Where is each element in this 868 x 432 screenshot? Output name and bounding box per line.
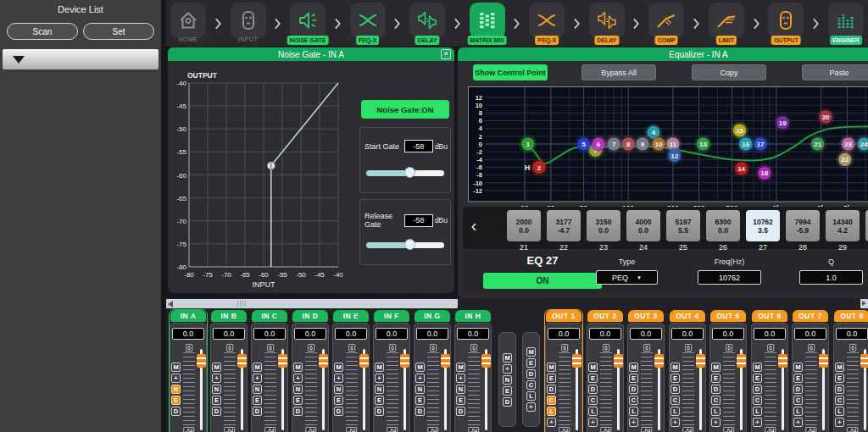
strip-button-+[interactable]: + [415,374,425,383]
channel-gain-value[interactable]: 0.0 [213,328,245,340]
strip-button-+[interactable]: + [171,374,181,383]
strip-button-d[interactable]: D [253,407,262,416]
set-button[interactable]: Set [83,23,154,40]
paste-button[interactable]: Paste [802,64,868,80]
fader-track[interactable] [699,349,702,430]
eq-control-point-22[interactable]: 22 [836,151,854,169]
channel-header[interactable]: IN G [415,310,450,322]
strip-button-n[interactable]: N [456,385,465,394]
strip-button-+[interactable]: + [375,374,384,383]
fader-handle[interactable] [614,354,623,368]
strip-button-+[interactable]: + [293,374,303,383]
strip-button-+[interactable]: + [835,418,844,427]
fader-handle[interactable] [696,354,705,368]
fader-handle[interactable] [481,354,491,368]
eq-control-point-20[interactable]: 20 [817,108,835,125]
strip-button-m[interactable]: M [171,363,181,372]
strip-button-m[interactable]: M [588,363,598,372]
strip-button-+[interactable]: + [670,418,680,427]
strip-button-m[interactable]: M [212,363,221,372]
channel-gain-value[interactable]: 0.0 [294,328,326,340]
eq-control-point-6[interactable]: 6 [590,136,608,153]
strip-button-+[interactable]: + [753,418,762,427]
toolbar-item-enginer[interactable]: ENGINER [826,0,865,47]
fader-handle[interactable] [441,354,450,368]
channel-gain-value[interactable]: 0.0 [836,328,868,340]
scan-button[interactable]: Scan [7,23,78,40]
strip-button-m[interactable]: M [375,363,384,372]
channel-header[interactable]: OUT 6 [752,310,787,322]
scrollbar-grip[interactable] [237,301,248,307]
strip-button-+[interactable]: + [793,418,803,427]
channel-gain-value[interactable]: 0.0 [172,328,204,340]
strip-button-e[interactable]: E [253,396,262,405]
toolbar-item-peq-x-out[interactable]: PEQ-X [527,0,566,47]
strip-button-+[interactable]: + [547,418,556,427]
band-cell-27[interactable]: 107623.5 [746,210,780,241]
strip-button-l[interactable]: L [670,407,680,416]
eq-control-point-12[interactable]: 12 [665,147,683,164]
eq-control-point-21[interactable]: 21 [809,136,826,153]
strip-button-c[interactable]: C [835,396,844,405]
toolbar-item-peq-x-in[interactable]: PEQ-X [348,0,387,47]
strip-button-l[interactable]: L [629,407,638,416]
strip-button-m[interactable]: M [334,363,343,372]
channel-header[interactable]: OUT 4 [670,310,705,322]
fader-handle[interactable] [237,354,247,368]
close-icon[interactable]: ✕ [441,49,451,59]
start-gate-slider[interactable] [366,170,444,176]
strip-button-d[interactable]: D [375,407,384,416]
eq-control-point-17[interactable]: 17 [752,136,770,153]
band-cell-25[interactable]: 51975.5 [666,210,700,241]
channel-gain-value[interactable]: 0.0 [630,328,662,340]
master-button-d[interactable]: D [503,397,512,407]
strip-button-e[interactable]: E [753,374,762,383]
strip-button-e[interactable]: E [212,396,221,405]
master-button-e[interactable]: E [526,358,536,368]
channel-gain-value[interactable]: 0.0 [416,328,448,340]
strip-button-m[interactable]: M [415,363,425,372]
strip-button-n[interactable]: N [334,385,343,394]
fader-track[interactable] [322,349,325,430]
strip-button-e[interactable]: E [415,396,425,405]
eq-control-point-14[interactable]: 14 [732,159,750,177]
strip-button-c[interactable]: C [793,396,803,405]
scroll-left-icon[interactable] [168,301,173,307]
eq-control-point-18[interactable]: 18 [755,164,773,182]
band-scroll-left-icon[interactable]: ‹ [468,213,480,237]
bypass-all-button[interactable]: Bypass All [581,64,656,80]
mixer-scrollbar-right[interactable] [860,299,868,308]
copy-button[interactable]: Copy [692,64,766,80]
band-cell-26[interactable]: 63000.0 [706,210,740,241]
strip-button-n[interactable]: N [415,385,425,394]
master-button-c[interactable]: C [526,380,536,390]
show-control-point-button[interactable]: Show Control Point [473,64,548,80]
toolbar-item-input[interactable]: INPUT [229,0,268,47]
noise-gate-on-button[interactable]: Noise Gate:ON [361,100,449,119]
fader-track[interactable] [782,349,784,430]
fader-track[interactable] [822,349,825,430]
channel-header[interactable]: OUT 8 [834,310,868,322]
channel-header[interactable]: IN E [333,310,369,322]
fader-handle[interactable] [359,354,369,368]
strip-button-m[interactable]: M [711,363,721,372]
strip-button-l[interactable]: L [793,407,803,416]
master-button-m[interactable]: M [526,347,536,357]
fader-track[interactable] [403,349,406,430]
fader-track[interactable] [576,349,578,430]
strip-button-e[interactable]: E [711,374,721,383]
release-gate-slider[interactable] [366,242,444,248]
start-gate-slider-handle[interactable] [404,167,415,178]
strip-button-d[interactable]: D [835,385,844,394]
device-dropdown[interactable] [3,49,159,69]
band-cell-29[interactable]: 143404.2 [826,210,860,241]
fader-handle[interactable] [654,354,664,368]
fader-handle[interactable] [737,354,746,368]
channel-header[interactable]: OUT 1 [546,310,581,322]
strip-button-+[interactable]: + [212,374,221,383]
mixer-scrollbar[interactable] [166,299,458,308]
channel-gain-value[interactable]: 0.0 [335,328,367,340]
strip-button-e[interactable]: E [629,374,638,383]
channel-header[interactable]: IN C [252,310,287,322]
fader-handle[interactable] [319,354,328,368]
